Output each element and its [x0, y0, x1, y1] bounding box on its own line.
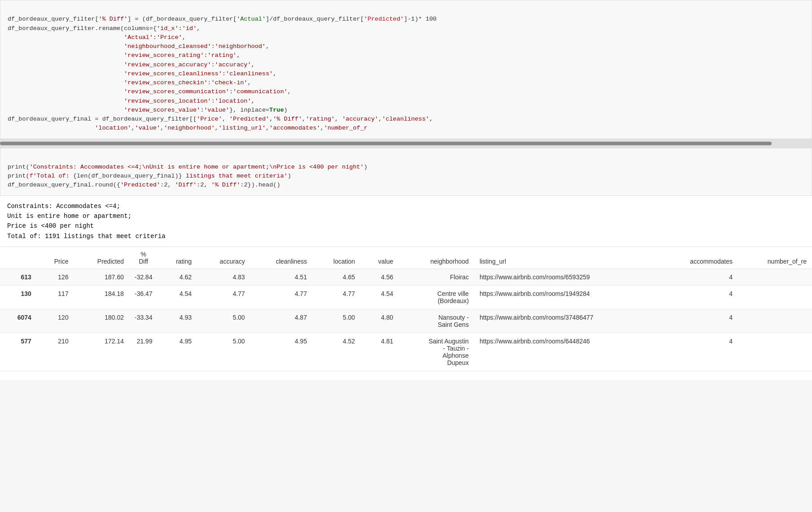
col-header-value: value: [360, 247, 398, 269]
col-header-accommodates: accommodates: [659, 247, 738, 269]
table-row: 6074120180.02-33.344.935.004.875.004.80N…: [0, 309, 812, 333]
col-header-number-of-re: number_of_re: [738, 247, 812, 269]
col-header-predicted: Predicted: [74, 247, 129, 269]
horizontal-scrollbar[interactable]: [0, 142, 772, 145]
table-row: 130117184.18-36.474.544.774.774.774.54Ce…: [0, 286, 812, 309]
output-text: Constraints: Accommodates <=4; Unit is e…: [0, 196, 812, 247]
col-header-cleanliness: cleanliness: [250, 247, 312, 269]
print-code-cell: print('Constraints: Accommodates <=4;\nU…: [0, 148, 812, 196]
table-row: 577210172.1421.994.955.004.954.524.81Sai…: [0, 333, 812, 371]
col-header-location: location: [312, 247, 360, 269]
col-header-rating: rating: [158, 247, 197, 269]
results-table: Price Predicted %Diff rating accuracy cl…: [0, 247, 812, 371]
table-header-row: Price Predicted %Diff rating accuracy cl…: [0, 247, 812, 269]
col-header-price: Price: [37, 247, 74, 269]
table-row: 613126187.60-32.844.624.834.514.654.56Fl…: [0, 269, 812, 286]
col-header-accuracy: accuracy: [197, 247, 250, 269]
col-header-listing-url: listing_url: [474, 247, 659, 269]
code-cell: df_bordeaux_query_filter['% Diff'] = (df…: [0, 0, 812, 139]
data-table-section: Price Predicted %Diff rating accuracy cl…: [0, 247, 812, 380]
col-header-pct-diff: %Diff: [129, 247, 158, 269]
col-header-index: [0, 247, 37, 269]
col-header-neighborhood: neighborhood: [399, 247, 474, 269]
